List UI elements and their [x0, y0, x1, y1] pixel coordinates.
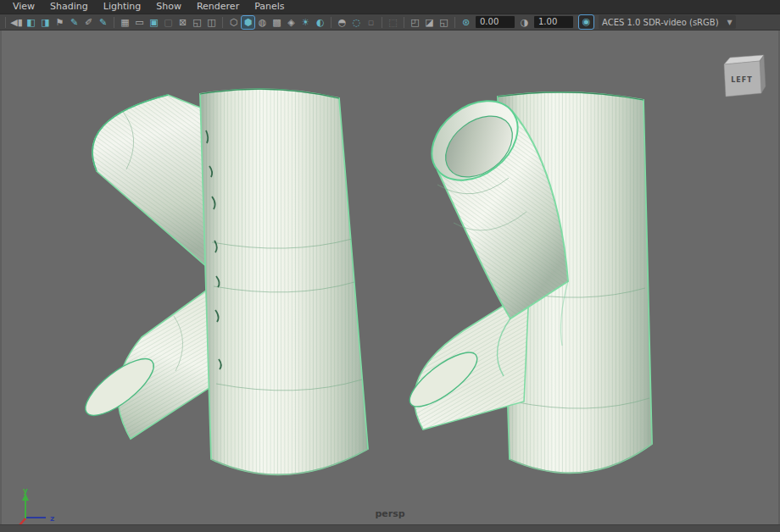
depth-of-field-icon[interactable]: ▫ — [365, 16, 377, 29]
axis-gizmo: z y — [20, 486, 54, 524]
contrast-icon[interactable]: ◑ — [518, 16, 531, 29]
chevron-down-icon: ▼ — [719, 19, 733, 26]
safe-action-icon[interactable]: ◱ — [191, 16, 203, 29]
menu-bar: ViewShadingLightingShowRendererPanels — [0, 0, 780, 14]
axis-y-label: y — [23, 486, 28, 495]
isolate-select-icon[interactable]: ⬚ — [387, 16, 399, 29]
menu-show[interactable]: Show — [148, 0, 189, 14]
bookmark-icon[interactable]: ⚑ — [53, 16, 66, 29]
toolbar-separator — [404, 17, 404, 28]
pan-zoom-icon[interactable]: ✐ — [82, 16, 95, 29]
menu-renderer[interactable]: Renderer — [189, 0, 247, 14]
exposure-field[interactable]: 0.00 — [476, 16, 515, 28]
toolbar-separator — [331, 17, 332, 28]
color-space-select[interactable]: ACES 1.0 SDR-video (sRGB)▼ — [599, 15, 736, 29]
axis-z-label: z — [50, 514, 54, 523]
image-plane-icon[interactable]: ✎ — [68, 16, 81, 29]
camera-attributes-icon[interactable]: ◨ — [39, 16, 52, 29]
color-space-label: ACES 1.0 SDR-video (sRGB) — [602, 18, 719, 27]
resolution-gate-icon[interactable]: ▣ — [148, 16, 160, 29]
scene-canvas[interactable]: LEFT z y — [2, 30, 778, 524]
xray-joints-icon[interactable]: ◱ — [437, 16, 450, 29]
lock-camera-icon[interactable]: ◧ — [25, 16, 37, 29]
contrast-field[interactable]: 1.00 — [534, 16, 573, 28]
exposure-icon[interactable]: ⊛ — [460, 16, 472, 29]
view-cube[interactable]: LEFT — [724, 55, 766, 97]
panel-toolbar: ◀▮◧◨⚑✎✐✎▦▭▣▢⊠◱◫⬡⬢◍▩◈☀◐◓◌▫⬚◰◪◱⊛0.00◑1.00◉… — [0, 14, 780, 30]
view-cube-label: LEFT — [731, 76, 752, 84]
menu-view[interactable]: View — [5, 0, 42, 14]
use-all-lights-icon[interactable]: ◈ — [285, 16, 298, 29]
viewport[interactable]: LEFT z y persp — [0, 30, 780, 524]
menu-shading[interactable]: Shading — [42, 0, 96, 14]
shadows-icon[interactable]: ☀ — [299, 16, 312, 29]
grid-icon[interactable]: ▦ — [119, 16, 131, 29]
occlusion-icon[interactable]: ◐ — [314, 16, 326, 29]
select-camera-icon[interactable]: ◀▮ — [10, 16, 23, 29]
textured-display-icon[interactable]: ◍ — [256, 16, 269, 29]
field-chart-icon[interactable]: ⊠ — [176, 16, 189, 29]
film-gate-icon[interactable]: ▭ — [133, 16, 146, 29]
mesh-pipe-right[interactable] — [402, 85, 652, 473]
safe-title-icon[interactable]: ◫ — [205, 16, 218, 29]
grease-pencil-icon[interactable]: ✎ — [97, 16, 109, 29]
toolbar-separator — [222, 17, 223, 28]
status-bar — [0, 524, 780, 532]
shaded-display-icon[interactable]: ⬢ — [242, 16, 254, 29]
toolbar-separator — [114, 17, 114, 28]
mesh-pipe-left[interactable] — [77, 89, 368, 474]
toolbar-separator — [382, 17, 382, 28]
toolbar-separator — [454, 17, 455, 28]
menu-lighting[interactable]: Lighting — [96, 0, 148, 14]
menu-panels[interactable]: Panels — [247, 0, 292, 14]
motion-blur-icon[interactable]: ◓ — [336, 16, 348, 29]
maya-window: ViewShadingLightingShowRendererPanels ◀▮… — [0, 0, 780, 532]
color-management-button[interactable]: ◉ — [579, 15, 593, 29]
wireframe-display-icon[interactable]: ⬡ — [227, 16, 240, 29]
gate-mask-icon[interactable]: ▢ — [162, 16, 175, 29]
use-default-material-icon[interactable]: ▩ — [270, 16, 283, 29]
xray-active-icon[interactable]: ◪ — [423, 16, 436, 29]
toolbar-separator — [5, 17, 6, 28]
xray-icon[interactable]: ◰ — [409, 16, 421, 29]
anti-aliasing-icon[interactable]: ◌ — [350, 16, 363, 29]
camera-label: persp — [375, 508, 404, 519]
